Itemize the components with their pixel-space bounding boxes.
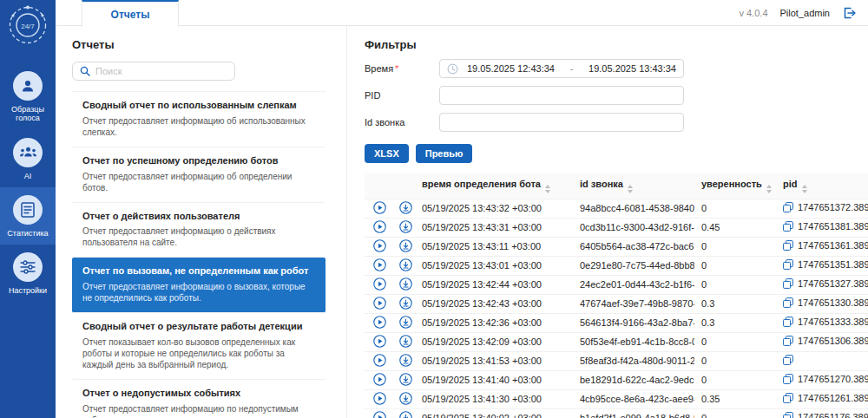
time-range-picker[interactable]: 19.05.2025 12:43:34 - 19.05.2025 13:43:3…	[439, 59, 684, 78]
copy-icon[interactable]	[783, 221, 793, 232]
cell-pid: 1747651327.38959	[776, 275, 868, 294]
search-input[interactable]	[95, 66, 227, 76]
cell-confidence: 0	[694, 408, 776, 418]
play-icon[interactable]	[373, 201, 386, 214]
download-icon[interactable]	[399, 354, 412, 367]
col-detect-time[interactable]: время определения бота	[415, 173, 573, 199]
time-to-value: 19.05.2025 13:43:34	[589, 63, 676, 74]
copy-icon[interactable]	[783, 202, 793, 212]
logout-icon[interactable]	[842, 6, 856, 20]
play-icon[interactable]	[373, 297, 386, 310]
cell-confidence: 0	[694, 237, 776, 256]
download-icon[interactable]	[399, 220, 412, 233]
pid-label: PID	[365, 90, 439, 101]
cell-pid: 1747651372.38965	[776, 199, 868, 218]
play-icon[interactable]	[373, 278, 386, 291]
report-list-item[interactable]: Отчет о действиях пользователяОтчет пред…	[72, 203, 326, 258]
cell-detect-time: 05/19/2025 13:42:43 +03:00	[415, 294, 573, 313]
download-icon[interactable]	[399, 373, 412, 386]
xlsx-button[interactable]: XLSX	[365, 144, 409, 163]
play-icon[interactable]	[373, 258, 386, 271]
reports-panel-title: Отчеты	[72, 38, 326, 51]
copy-icon[interactable]	[783, 240, 793, 251]
call-id-value: 5f8eaf3d-f42a-480d-9011-2ca0...	[580, 356, 694, 366]
download-icon[interactable]	[399, 297, 412, 310]
cell-confidence: 0	[694, 332, 776, 351]
pid-value: 1747651351.38961	[798, 259, 868, 270]
copy-icon[interactable]	[783, 336, 793, 346]
results-table: время определения бота id звонка уверенн…	[365, 173, 868, 418]
cell-detect-time: 05/19/2025 13:43:11 +03:00	[415, 237, 573, 256]
report-list-item[interactable]: Отчет о недопустимых событияхОтчет предо…	[72, 380, 326, 418]
copy-icon[interactable]	[783, 355, 793, 365]
sidebar-item-statistics[interactable]: Статистика	[0, 187, 56, 245]
table-row: 05/19/2025 13:42:09 +03:0050f53e4f-eb91-…	[365, 332, 868, 351]
copy-icon[interactable]	[783, 278, 793, 289]
table-row: 05/19/2025 13:41:40 +03:00be18291d-622c-…	[365, 370, 868, 389]
play-icon[interactable]	[373, 411, 386, 418]
report-list-item[interactable]: Отчет по вызовам, не определенным как ро…	[72, 258, 326, 313]
call-id-value: 47674aef-39e7-49b8-9870-a6f...	[580, 298, 694, 309]
report-item-title: Сводный отчет по использованным слепкам	[82, 100, 315, 112]
report-item-description: Отчет предоставляет информацию о вызовах…	[82, 281, 315, 304]
play-icon[interactable]	[373, 392, 386, 405]
cell-detect-time: 05/19/2025 13:42:09 +03:00	[415, 332, 573, 351]
play-icon[interactable]	[373, 354, 386, 367]
copy-icon[interactable]	[783, 412, 793, 418]
table-row: 05/19/2025 13:43:31 +03:000cd3b11c-9300-…	[365, 218, 868, 237]
results-table-body: 05/19/2025 13:43:32 +03:0094a8bcc4-6081-…	[365, 199, 868, 418]
download-icon[interactable]	[399, 316, 412, 329]
download-icon[interactable]	[399, 278, 412, 291]
play-icon[interactable]	[373, 316, 386, 329]
report-list-item[interactable]: Сводный отчет о результате работы детекц…	[72, 313, 326, 380]
download-icon[interactable]	[399, 239, 412, 252]
copy-icon[interactable]	[783, 317, 793, 327]
pid-input[interactable]	[439, 86, 684, 105]
sidebar-item-ai[interactable]: AI	[0, 130, 56, 187]
play-icon[interactable]	[373, 373, 386, 386]
cell-confidence: 0	[694, 199, 776, 218]
col-call-id[interactable]: id звонка	[573, 173, 694, 199]
preview-button[interactable]: Превью	[416, 144, 473, 163]
report-item-description: Отчет предоставляет информацию об опреде…	[82, 171, 315, 193]
topbar: Отчеты v 4.0.4 Pilot_admin	[56, 0, 868, 26]
download-icon[interactable]	[399, 258, 412, 271]
cell-detect-time: 05/19/2025 13:42:36 +03:00	[415, 313, 573, 332]
copy-icon[interactable]	[783, 259, 793, 270]
cell-confidence: 0.35	[694, 389, 776, 408]
download-icon[interactable]	[399, 201, 412, 214]
call-id-input[interactable]	[439, 113, 684, 132]
sidebar-item-label: AI	[23, 172, 34, 180]
call-id-value: 50f53e4f-eb91-4c1b-8cc8-0cd...	[580, 336, 694, 347]
report-list-item[interactable]: Сводный отчет по использованным слепкамО…	[72, 92, 326, 147]
play-icon[interactable]	[373, 239, 386, 252]
download-icon[interactable]	[399, 335, 412, 348]
filter-row-call-id: Id звонка	[365, 113, 868, 132]
pid-value: 1747651333.38958	[798, 317, 868, 327]
time-from-value: 19.05.2025 12:43:34	[467, 63, 555, 74]
play-icon[interactable]	[373, 335, 386, 348]
report-item-title: Отчет о действиях пользователя	[82, 211, 315, 223]
cell-pid: 1747651381.38966	[776, 218, 868, 237]
sidebar-item-voice-samples[interactable]: Образцы голоса	[0, 63, 56, 130]
required-mark: *	[395, 63, 398, 74]
col-confidence[interactable]: уверенность	[694, 173, 776, 199]
cell-detect-time: 05/19/2025 13:43:31 +03:00	[415, 218, 573, 237]
search-box[interactable]	[72, 62, 235, 81]
call-id-value: 6405b564-ac38-472c-bac6-ad6...	[580, 241, 694, 251]
sort-carets	[802, 185, 807, 193]
download-icon[interactable]	[399, 392, 412, 405]
sidebar-item-settings[interactable]: Настройки	[0, 245, 56, 302]
tab-reports[interactable]: Отчеты	[82, 0, 179, 27]
download-icon[interactable]	[399, 411, 412, 418]
cell-confidence: 0	[694, 256, 776, 275]
copy-icon[interactable]	[783, 374, 793, 384]
col-pid[interactable]: pid	[776, 173, 868, 199]
report-list-item[interactable]: Отчет по успешному определению ботовОтче…	[72, 147, 326, 203]
pid-value: 1747651261.38948	[798, 393, 868, 403]
copy-icon[interactable]	[783, 393, 793, 403]
app-logo: 24/7	[8, 5, 48, 48]
table-header-row: время определения бота id звонка уверенн…	[365, 173, 868, 199]
play-icon[interactable]	[373, 220, 386, 233]
copy-icon[interactable]	[783, 297, 793, 308]
